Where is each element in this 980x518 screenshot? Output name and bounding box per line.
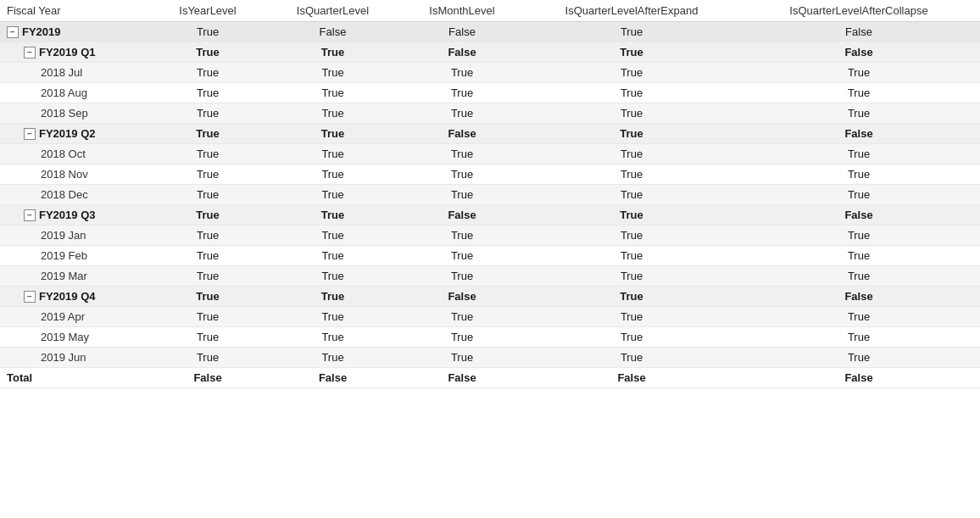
data-cell: True — [398, 144, 526, 164]
data-cell: True — [738, 327, 980, 348]
data-cell: True — [398, 327, 526, 348]
data-cell: True — [738, 348, 980, 368]
data-cell: False — [738, 124, 980, 144]
table-row[interactable]: −FY2019 Q3TrueTrueFalseTrueFalse — [0, 205, 980, 226]
data-cell: True — [148, 226, 267, 246]
data-cell: True — [148, 124, 267, 144]
data-cell: True — [148, 42, 267, 63]
fiscal-year-cell[interactable]: −FY2019 Q1 — [0, 42, 148, 63]
row-label: 2018 Oct — [41, 148, 86, 160]
data-cell: True — [148, 83, 267, 103]
row-label: 2019 Mar — [41, 270, 87, 282]
expand-icon[interactable]: − — [24, 47, 36, 58]
data-cell: True — [267, 185, 398, 205]
fiscal-year-cell[interactable]: −FY2019 Q4 — [0, 287, 148, 307]
table-row: 2019 MarTrueTrueTrueTrueTrue — [0, 266, 980, 287]
header-is-quarter-level: IsQuarterLevel — [267, 0, 398, 22]
fiscal-year-cell: 2019 May — [0, 327, 148, 348]
data-cell: True — [148, 266, 267, 287]
fiscal-year-cell: 2018 Jul — [0, 63, 148, 83]
header-is-quarter-after-collapse: IsQuarterLevelAfterCollapse — [738, 0, 980, 22]
table-row: 2019 AprTrueTrueTrueTrueTrue — [0, 307, 980, 327]
data-cell: True — [148, 348, 267, 368]
table-row: 2018 SepTrueTrueTrueTrueTrue — [0, 103, 980, 124]
fiscal-year-cell: 2018 Aug — [0, 83, 148, 103]
table-row: 2019 MayTrueTrueTrueTrueTrue — [0, 327, 980, 348]
fiscal-year-cell: 2018 Sep — [0, 103, 148, 124]
row-label: 2019 Apr — [41, 310, 85, 323]
expand-icon[interactable]: − — [24, 209, 36, 221]
fiscal-year-cell: 2018 Nov — [0, 164, 148, 185]
data-cell: True — [148, 22, 267, 42]
fiscal-year-cell: 2019 Jan — [0, 226, 148, 246]
data-cell: True — [267, 144, 398, 164]
table-row[interactable]: −FY2019 Q1TrueTrueFalseTrueFalse — [0, 42, 980, 63]
data-cell: True — [267, 63, 398, 83]
data-cell: True — [148, 307, 267, 327]
data-cell: True — [526, 144, 738, 164]
row-label: FY2019 Q3 — [39, 209, 96, 221]
row-label: 2019 May — [41, 331, 89, 343]
row-label: 2019 Jun — [41, 351, 86, 364]
data-cell: True — [148, 185, 267, 205]
data-cell: True — [267, 226, 398, 246]
data-cell: True — [738, 185, 980, 205]
data-cell: True — [526, 185, 738, 205]
fiscal-year-cell[interactable]: −FY2019 Q2 — [0, 124, 148, 144]
table-row[interactable]: −FY2019 Q4TrueTrueFalseTrueFalse — [0, 287, 980, 307]
data-cell: False — [267, 22, 398, 42]
table-header: Fiscal Year IsYearLevel IsQuarterLevel I… — [0, 0, 980, 22]
expand-icon[interactable]: − — [7, 26, 19, 38]
fiscal-year-cell: 2019 Mar — [0, 266, 148, 287]
expand-icon[interactable]: − — [24, 291, 36, 303]
data-cell: True — [148, 144, 267, 164]
data-cell: True — [148, 103, 267, 124]
data-cell: True — [738, 164, 980, 185]
table-row: 2018 NovTrueTrueTrueTrueTrue — [0, 164, 980, 185]
table-row: 2018 JulTrueTrueTrueTrueTrue — [0, 63, 980, 83]
table-row[interactable]: −FY2019 Q2TrueTrueFalseTrueFalse — [0, 124, 980, 144]
data-cell: True — [267, 246, 398, 266]
expand-icon[interactable]: − — [24, 128, 36, 140]
data-cell: True — [267, 327, 398, 348]
data-cell: False — [398, 22, 526, 42]
row-label: FY2019 Q1 — [39, 46, 96, 58]
data-cell: True — [267, 266, 398, 287]
data-cell: True — [398, 83, 526, 103]
data-cell: True — [267, 287, 398, 307]
header-is-month-level: IsMonthLevel — [398, 0, 526, 22]
data-cell: True — [738, 103, 980, 124]
data-cell: True — [267, 348, 398, 368]
data-cell: False — [738, 22, 980, 42]
data-cell: True — [148, 63, 267, 83]
row-label: 2018 Dec — [41, 188, 88, 201]
data-cell: False — [738, 287, 980, 307]
data-cell: True — [267, 124, 398, 144]
data-cell: False — [398, 368, 526, 388]
data-cell: True — [267, 103, 398, 124]
data-cell: True — [526, 327, 738, 348]
data-cell: False — [398, 205, 526, 226]
fiscal-year-cell[interactable]: −FY2019 Q3 — [0, 205, 148, 226]
data-cell: True — [738, 307, 980, 327]
fiscal-year-cell: 2018 Dec — [0, 185, 148, 205]
data-cell: False — [738, 368, 980, 388]
data-cell: True — [526, 22, 738, 42]
data-cell: True — [738, 144, 980, 164]
data-cell: False — [526, 368, 738, 388]
data-cell: True — [398, 307, 526, 327]
data-cell: True — [526, 42, 738, 63]
header-is-quarter-after-expand: IsQuarterLevelAfterExpand — [526, 0, 738, 22]
data-cell: True — [398, 226, 526, 246]
row-label: FY2019 Q4 — [39, 290, 96, 303]
fiscal-year-cell[interactable]: −FY2019 — [0, 22, 148, 42]
data-cell: True — [267, 83, 398, 103]
data-cell: True — [526, 205, 738, 226]
data-cell: False — [398, 287, 526, 307]
data-cell: True — [526, 287, 738, 307]
table-row[interactable]: −FY2019TrueFalseFalseTrueFalse — [0, 22, 980, 42]
data-cell: False — [738, 205, 980, 226]
data-cell: False — [267, 368, 398, 388]
data-cell: True — [526, 246, 738, 266]
table-row: TotalFalseFalseFalseFalseFalse — [0, 368, 980, 388]
